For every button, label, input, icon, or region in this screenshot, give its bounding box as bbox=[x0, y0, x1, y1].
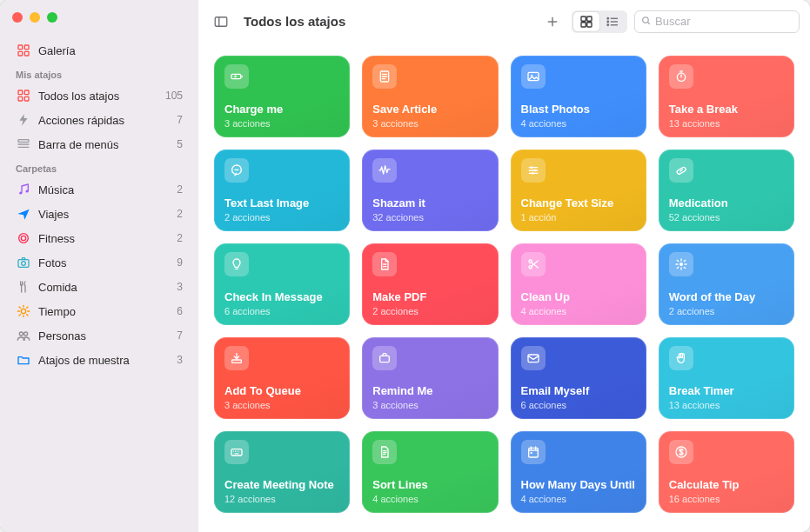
search-icon bbox=[640, 14, 652, 30]
sidebar-item-label: Viajes bbox=[38, 208, 177, 221]
sidebar-item[interactable]: Viajes2 bbox=[9, 202, 190, 226]
keyboard-icon bbox=[224, 440, 249, 464]
svg-rect-81 bbox=[232, 360, 242, 362]
svg-rect-89 bbox=[234, 453, 238, 454]
shortcut-card[interactable]: Remind Me3 acciones bbox=[362, 337, 498, 419]
sidebar-item-label: Atajos de muestra bbox=[38, 354, 177, 367]
sidebar-item[interactable]: Acciones rápidas7 bbox=[9, 108, 190, 132]
svg-rect-28 bbox=[215, 17, 227, 26]
view-mode-segment bbox=[572, 10, 627, 33]
svg-line-80 bbox=[684, 260, 685, 261]
svg-rect-34 bbox=[581, 22, 586, 26]
app-window: Galería Mis atajos Todos los atajos105Ac… bbox=[0, 0, 810, 532]
shortcut-card[interactable]: Take a Break13 acciones bbox=[659, 56, 794, 137]
briefcase-icon bbox=[372, 346, 397, 370]
sidebar-item[interactable]: Música2 bbox=[9, 177, 190, 202]
sidebar-item[interactable]: Fitness2 bbox=[9, 226, 190, 250]
shortcut-card[interactable]: Create Meeting Note12 acciones bbox=[214, 431, 350, 513]
shortcut-card[interactable]: Charge me3 acciones bbox=[214, 56, 350, 137]
shortcut-subtitle: 13 acciones bbox=[669, 118, 784, 129]
sidebar-item[interactable]: Atajos de muestra3 bbox=[9, 348, 190, 372]
svg-line-23 bbox=[27, 315, 28, 316]
svg-rect-93 bbox=[528, 448, 538, 457]
shortcut-card[interactable]: Clean Up4 acciones bbox=[511, 243, 646, 325]
shortcut-grid-scroll[interactable]: Charge me3 accionesSave Article3 accione… bbox=[198, 43, 810, 532]
close-window-button[interactable] bbox=[12, 12, 23, 23]
shortcut-card[interactable]: Break Timer13 acciones bbox=[659, 337, 794, 419]
sidebar-item-label: Galería bbox=[38, 44, 183, 57]
sidebar-item-label: Tiempo bbox=[38, 305, 177, 318]
sidebar-item[interactable]: Todos los atajos105 bbox=[9, 83, 190, 108]
shortcut-card[interactable]: Make PDF2 acciones bbox=[362, 243, 498, 325]
svg-point-27 bbox=[24, 332, 28, 336]
svg-rect-88 bbox=[238, 451, 239, 452]
gallery-icon bbox=[16, 43, 31, 58]
shortcut-name: Blast Photos bbox=[521, 103, 636, 116]
shortcut-card[interactable]: Text Last Image2 acciones bbox=[214, 150, 350, 231]
search-field[interactable] bbox=[634, 10, 800, 33]
grid-view-button[interactable] bbox=[573, 12, 599, 31]
svg-line-43 bbox=[647, 22, 649, 23]
shortcut-card[interactable]: Add To Queue3 acciones bbox=[214, 337, 350, 419]
shortcut-name: How Many Days Until bbox=[521, 478, 636, 492]
shortcut-name: Medication bbox=[669, 196, 784, 210]
sidebar-item[interactable]: Comida3 bbox=[9, 275, 190, 299]
shortcut-card[interactable]: Change Text Size1 acción bbox=[511, 150, 646, 231]
svg-rect-6 bbox=[18, 96, 23, 101]
shortcut-subtitle: 12 acciones bbox=[224, 494, 339, 504]
svg-rect-97 bbox=[530, 452, 532, 454]
sliders-icon bbox=[521, 158, 546, 183]
shortcut-subtitle: 3 acciones bbox=[372, 118, 487, 129]
shortcut-name: Calculate Tip bbox=[669, 478, 784, 492]
shortcut-subtitle: 2 acciones bbox=[669, 306, 784, 316]
shortcut-name: Break Timer bbox=[669, 384, 784, 398]
shortcut-name: Change Text Size bbox=[521, 196, 636, 210]
shortcut-subtitle: 13 acciones bbox=[669, 400, 784, 410]
docline-icon bbox=[372, 440, 397, 464]
sidebar-item[interactable]: Tiempo6 bbox=[9, 299, 190, 323]
sidebar-item[interactable]: Personas7 bbox=[9, 323, 190, 348]
shortcut-card[interactable]: Blast Photos4 acciones bbox=[511, 56, 646, 137]
article-icon bbox=[372, 64, 397, 89]
sidebar-item-count: 2 bbox=[177, 183, 183, 196]
toggle-sidebar-button[interactable] bbox=[209, 11, 233, 32]
shortcut-card[interactable]: Check In Message6 acciones bbox=[214, 243, 350, 325]
svg-rect-4 bbox=[18, 90, 23, 95]
sidebar-item[interactable]: Barra de menús5 bbox=[9, 132, 190, 156]
list-view-button[interactable] bbox=[599, 12, 626, 31]
svg-rect-1 bbox=[24, 45, 29, 50]
shortcut-card[interactable]: Word of the Day2 acciones bbox=[659, 243, 794, 325]
svg-line-77 bbox=[677, 260, 678, 261]
shortcut-card[interactable]: How Many Days Until4 acciones bbox=[511, 431, 646, 513]
shortcut-card[interactable]: Save Article3 acciones bbox=[362, 56, 498, 137]
minimize-window-button[interactable] bbox=[30, 12, 40, 23]
svg-point-36 bbox=[607, 17, 609, 19]
shortcut-subtitle: 6 acciones bbox=[521, 400, 636, 410]
shortcut-subtitle: 4 acciones bbox=[521, 118, 636, 129]
shortcut-card[interactable]: Medication52 acciones bbox=[659, 150, 794, 231]
svg-rect-8 bbox=[18, 140, 29, 143]
sidebar-item-count: 7 bbox=[177, 329, 183, 342]
sidebar-item[interactable]: Fotos9 bbox=[9, 250, 190, 275]
svg-point-26 bbox=[19, 332, 23, 336]
shortcut-name: Add To Queue bbox=[224, 384, 339, 398]
shortcut-card[interactable]: Calculate Tip16 acciones bbox=[659, 431, 794, 513]
shortcut-name: Sort Lines bbox=[372, 478, 487, 492]
search-input[interactable] bbox=[655, 15, 801, 28]
svg-rect-2 bbox=[18, 51, 23, 56]
zoom-window-button[interactable] bbox=[47, 12, 57, 23]
svg-rect-33 bbox=[587, 17, 592, 21]
sidebar-item-gallery[interactable]: Galería bbox=[9, 38, 190, 63]
new-shortcut-button[interactable] bbox=[540, 11, 565, 32]
shortcut-card[interactable]: Email Myself6 acciones bbox=[511, 337, 646, 419]
svg-rect-32 bbox=[581, 17, 586, 21]
shortcut-name: Create Meeting Note bbox=[224, 478, 339, 492]
shortcut-card[interactable]: Sort Lines4 acciones bbox=[362, 431, 498, 513]
svg-line-78 bbox=[684, 267, 685, 268]
svg-rect-0 bbox=[18, 45, 23, 50]
shortcut-name: Text Last Image bbox=[224, 196, 339, 210]
svg-line-79 bbox=[677, 267, 678, 268]
shortcut-card[interactable]: Shazam it32 acciones bbox=[362, 150, 498, 231]
shortcut-subtitle: 4 acciones bbox=[521, 494, 636, 504]
sun-icon bbox=[16, 303, 31, 319]
